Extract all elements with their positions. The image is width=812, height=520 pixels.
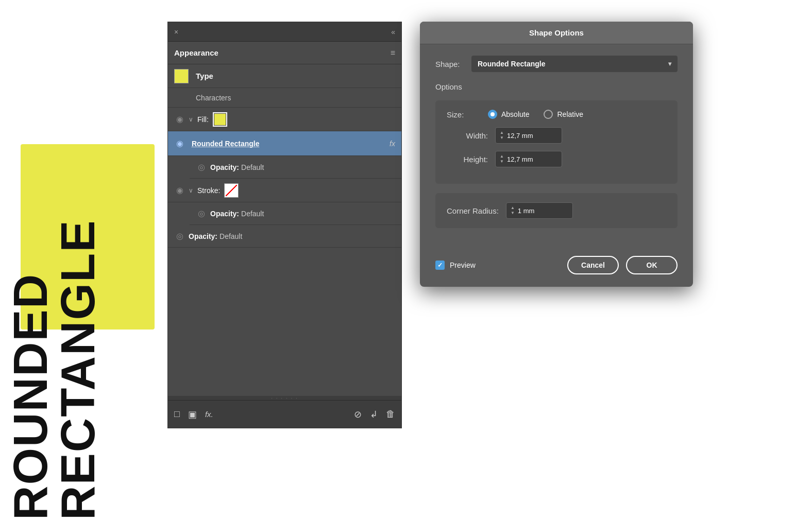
fill-chevron-icon[interactable]: ∨: [189, 116, 193, 123]
relative-radio[interactable]: Relative: [544, 110, 583, 119]
width-value: 12,7 mm: [507, 132, 533, 140]
options-label: Options: [435, 82, 678, 91]
height-value: 12,7 mm: [507, 155, 533, 163]
characters-label: Characters: [196, 94, 231, 102]
type-label: Type: [196, 72, 213, 80]
relative-radio-label: Relative: [557, 110, 583, 118]
panel-footer: □ ▣ fx. ⊘ ↲ 🗑: [168, 400, 401, 428]
shape-options-dialog: Shape Options Shape: Rounded Rectangle ▾…: [420, 22, 693, 287]
type-row: Type: [168, 64, 401, 88]
corner-radius-value: 1 mm: [518, 207, 535, 215]
absolute-radio-circle[interactable]: [488, 110, 497, 119]
cancel-button[interactable]: Cancel: [567, 256, 619, 274]
relative-radio-circle[interactable]: [544, 110, 553, 119]
rr-label: Rounded Rectangle: [192, 140, 259, 148]
rr-eye-icon[interactable]: ◉: [174, 138, 185, 149]
characters-row: Characters: [168, 88, 401, 108]
size-radio-group: Absolute Relative: [488, 110, 583, 119]
stroke-chevron-icon[interactable]: ∨: [189, 187, 193, 194]
stroke-eye-icon[interactable]: ◉: [174, 185, 185, 196]
opacity-row-3: ◎ Opacity: Default: [168, 225, 401, 248]
opacity-value-3: Default: [219, 232, 242, 240]
opacity-value-1: Default: [241, 163, 264, 171]
rr-left: ◉ Rounded Rectangle: [174, 138, 259, 149]
absolute-radio[interactable]: Absolute: [488, 110, 529, 119]
grip-bar: · · · · · ·: [168, 396, 401, 400]
opacity-label-1: Opacity:: [210, 163, 239, 171]
corner-down-arrow[interactable]: ▼: [511, 211, 515, 216]
height-input[interactable]: ▲ ▼ 12,7 mm: [495, 151, 562, 167]
collapse-icon[interactable]: «: [391, 28, 395, 36]
opacity-value-2: Default: [241, 210, 264, 218]
opacity-row-1: ◎ Opacity: Default: [190, 156, 401, 179]
fill-label: Fill:: [197, 115, 209, 124]
width-spinner[interactable]: ▲ ▼: [500, 130, 504, 140]
dialog-title: Shape Options: [529, 28, 584, 37]
panel-menu-icon[interactable]: ≡: [391, 48, 395, 58]
stroke-color-swatch[interactable]: [224, 183, 239, 198]
type-color-swatch[interactable]: [174, 69, 189, 83]
stroke-row: ◉ ∨ Stroke:: [168, 179, 401, 202]
duplicate-layer-icon[interactable]: ▣: [188, 409, 197, 420]
corner-radius-label: Corner Radius:: [447, 206, 499, 215]
dialog-buttons: Cancel OK: [567, 256, 678, 274]
fx-label: fx: [390, 140, 395, 148]
fill-color-swatch[interactable]: [213, 112, 227, 127]
vertical-title-text: ROUNDED RECTANGLE: [7, 0, 102, 520]
footer-left-icons: □ ▣ fx.: [174, 409, 213, 420]
preview-row: Preview: [435, 261, 476, 270]
corner-up-arrow[interactable]: ▲: [511, 205, 515, 211]
corner-radius-row: Corner Radius: ▲ ▼ 1 mm: [447, 202, 666, 219]
dialog-body: Shape: Rounded Rectangle ▾ Options Size:…: [420, 44, 693, 256]
size-row: Size: Absolute Relative: [447, 110, 666, 119]
rounded-rectangle-row[interactable]: ◉ Rounded Rectangle fx: [168, 131, 401, 156]
footer-right-icons: ⊘ ↲ 🗑: [354, 409, 395, 420]
width-down-arrow[interactable]: ▼: [500, 135, 504, 141]
height-row: Height: ▲ ▼ 12,7 mm: [447, 151, 666, 167]
panel-content: Type Characters ◉ ∨ Fill: ◉ Rounded Rect…: [168, 64, 401, 396]
options-section: Size: Absolute Relative Width:: [435, 100, 678, 184]
preview-label: Preview: [450, 261, 476, 269]
width-up-arrow[interactable]: ▲: [500, 130, 504, 135]
absolute-radio-label: Absolute: [501, 110, 529, 118]
preview-checkbox[interactable]: [435, 261, 445, 270]
ok-button[interactable]: OK: [626, 256, 678, 274]
width-input[interactable]: ▲ ▼ 12,7 mm: [495, 127, 562, 144]
panel-title: Appearance: [174, 48, 218, 57]
dialog-titlebar: Shape Options: [420, 22, 693, 44]
fill-eye-icon[interactable]: ◉: [174, 114, 185, 125]
width-label: Width:: [447, 131, 488, 140]
appearance-panel: × « Appearance ≡ Type Characters ◉ ∨ Fil…: [167, 22, 402, 428]
delete-icon[interactable]: 🗑: [386, 409, 395, 420]
corner-radius-input[interactable]: ▲ ▼ 1 mm: [506, 202, 573, 219]
opacity-eye-1[interactable]: ◎: [196, 162, 207, 173]
width-row: Width: ▲ ▼ 12,7 mm: [447, 127, 666, 144]
opacity-label-3: Opacity:: [189, 232, 217, 240]
new-layer-icon[interactable]: □: [174, 409, 180, 420]
close-icon[interactable]: ×: [174, 28, 178, 36]
corner-radius-section: Corner Radius: ▲ ▼ 1 mm: [435, 193, 678, 228]
shape-selection-row: Shape: Rounded Rectangle ▾: [435, 56, 678, 72]
fill-row: ◉ ∨ Fill:: [168, 108, 401, 131]
opacity-row-2: ◎ Opacity: Default: [190, 202, 401, 225]
opacity-eye-3[interactable]: ◎: [174, 231, 185, 242]
corner-spinner[interactable]: ▲ ▼: [511, 205, 515, 215]
dialog-footer: Preview Cancel OK: [420, 256, 693, 287]
height-spinner[interactable]: ▲ ▼: [500, 154, 504, 164]
opacity-eye-2[interactable]: ◎: [196, 208, 207, 219]
panel-header: × «: [168, 22, 401, 42]
no-action-icon[interactable]: ⊘: [354, 409, 362, 420]
vertical-title-area: ROUNDED RECTANGLE: [0, 0, 113, 520]
height-label: Height:: [447, 155, 488, 164]
shape-dropdown-value: Rounded Rectangle: [478, 60, 545, 68]
shape-label: Shape:: [435, 60, 471, 68]
stroke-label: Stroke:: [197, 186, 220, 195]
fx-button-icon[interactable]: fx.: [205, 410, 213, 419]
opacity-label-2: Opacity:: [210, 210, 239, 218]
panel-title-row: Appearance ≡: [168, 42, 401, 64]
shape-dropdown[interactable]: Rounded Rectangle ▾: [471, 56, 678, 72]
height-up-arrow[interactable]: ▲: [500, 154, 504, 159]
fill-swatch-inner: [214, 114, 226, 125]
clip-icon[interactable]: ↲: [370, 409, 378, 420]
height-down-arrow[interactable]: ▼: [500, 159, 504, 164]
